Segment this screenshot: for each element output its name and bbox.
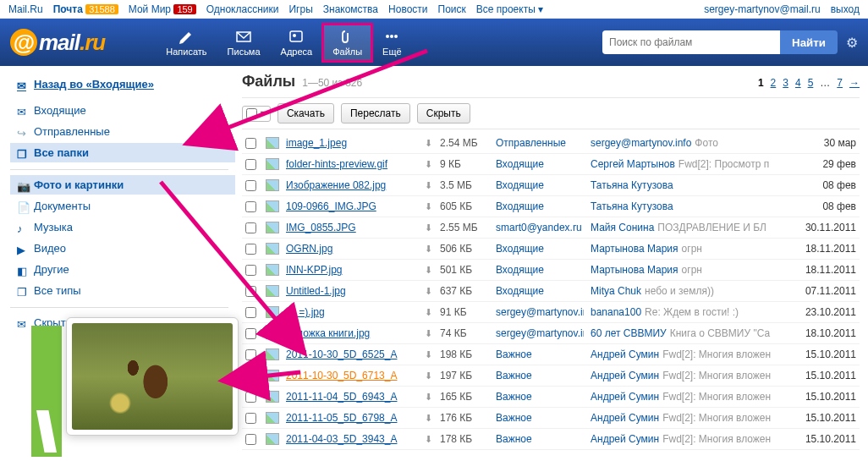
svg-line-6 <box>186 51 427 144</box>
annotation-arrows <box>0 0 868 461</box>
svg-line-8 <box>222 372 300 381</box>
svg-line-7 <box>161 182 305 354</box>
